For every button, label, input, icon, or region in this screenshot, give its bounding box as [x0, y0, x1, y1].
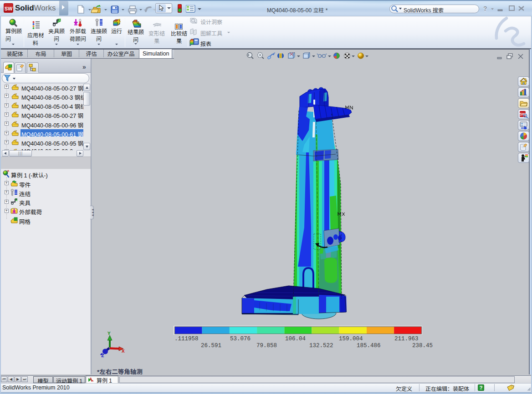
svg-text:132.522: 132.522 — [309, 343, 333, 349]
svg-text:159.004: 159.004 — [339, 336, 363, 342]
svg-text:211.963: 211.963 — [394, 336, 419, 342]
svg-text:26.591: 26.591 — [201, 343, 221, 349]
svg-text:Z: Z — [101, 353, 104, 359]
svg-text:53.076: 53.076 — [230, 336, 251, 342]
svg-text:238.45: 238.45 — [412, 343, 433, 349]
svg-text:185.486: 185.486 — [357, 343, 381, 349]
svg-text:Y: Y — [107, 331, 111, 336]
svg-text:X: X — [122, 349, 125, 354]
svg-text:79.858: 79.858 — [256, 343, 277, 349]
svg-text:106.04: 106.04 — [285, 336, 306, 342]
svg-text:.111958: .111958 — [174, 336, 199, 342]
